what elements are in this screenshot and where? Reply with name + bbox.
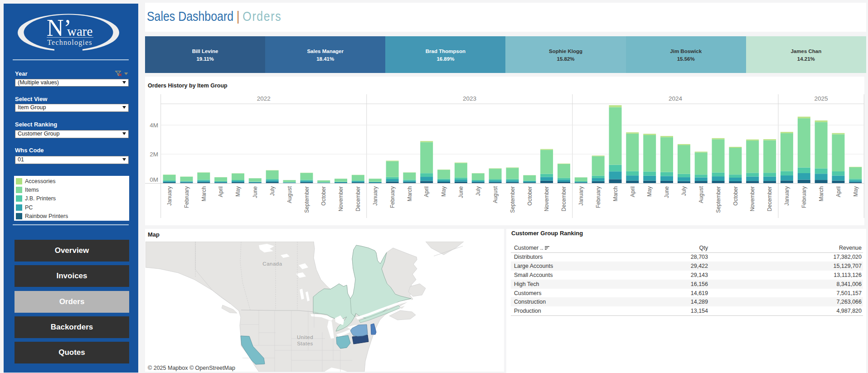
svg-text:February: February	[184, 186, 190, 208]
svg-text:2023: 2023	[463, 95, 476, 102]
svg-text:March: March	[818, 186, 824, 201]
svg-text:April: April	[423, 186, 430, 197]
svg-text:States: States	[297, 341, 313, 346]
svg-text:December: December	[561, 186, 567, 211]
svg-text:November: November	[749, 186, 756, 211]
svg-text:Orders History by Item Group: Orders History by Item Group	[148, 82, 228, 89]
svg-text:June: June	[458, 186, 464, 198]
svg-text:4M: 4M	[150, 122, 158, 129]
svg-text:0M: 0M	[150, 176, 158, 183]
svg-text:2022: 2022	[257, 95, 271, 102]
svg-text:March: March	[201, 186, 207, 201]
svg-text:ware: ware	[67, 24, 92, 39]
svg-text:March: March	[407, 186, 413, 201]
svg-text:August: August	[492, 186, 499, 203]
svg-text:September: September	[509, 186, 516, 213]
svg-text:May: May	[235, 186, 241, 197]
svg-text:August: August	[286, 186, 293, 203]
svg-text:2024: 2024	[669, 95, 683, 102]
svg-text:2025: 2025	[815, 95, 828, 102]
svg-text:August: August	[698, 186, 704, 203]
svg-text:December: December	[355, 186, 361, 211]
svg-text:November: November	[338, 186, 344, 211]
svg-text:May: May	[441, 186, 447, 197]
svg-text:February: February	[389, 186, 396, 208]
svg-text:February: February	[595, 186, 601, 208]
svg-text:May: May	[853, 186, 859, 197]
svg-text:United: United	[297, 334, 313, 340]
svg-text:© 2025 Mapbox © OpenStreetMap: © 2025 Mapbox © OpenStreetMap	[148, 365, 235, 371]
svg-text:Technologies: Technologies	[47, 39, 92, 47]
svg-text:May: May	[646, 186, 653, 197]
svg-text:October: October	[320, 186, 327, 206]
svg-text:April: April	[630, 186, 636, 197]
svg-text:September: September	[715, 186, 722, 213]
svg-text:July: July	[475, 186, 481, 196]
svg-text:June: June	[664, 186, 670, 198]
svg-text:February: February	[801, 186, 807, 208]
svg-text:March: March	[612, 186, 619, 201]
svg-text:2M: 2M	[150, 151, 158, 158]
svg-text:January: January	[166, 186, 173, 206]
svg-text:January: January	[784, 186, 790, 206]
svg-text:October: October	[527, 186, 533, 206]
svg-text:September: September	[304, 186, 310, 213]
svg-text:June: June	[252, 186, 258, 198]
svg-text:November: November	[543, 186, 550, 211]
svg-text:April: April	[835, 186, 842, 197]
svg-text:January: January	[372, 186, 378, 206]
svg-text:Canada: Canada	[262, 261, 282, 266]
svg-text:July: July	[269, 186, 276, 196]
svg-text:December: December	[766, 186, 773, 211]
svg-text:January: January	[578, 186, 584, 206]
svg-text:October: October	[732, 186, 739, 206]
svg-text:July: July	[681, 186, 687, 196]
svg-text:April: April	[218, 186, 224, 197]
